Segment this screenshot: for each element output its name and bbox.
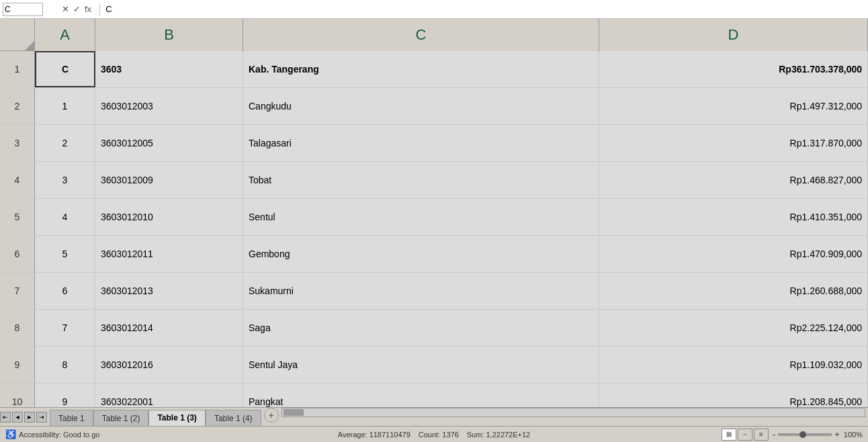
- tab-scroll-last[interactable]: ⇥: [36, 412, 47, 423]
- table-row: 7 6 3603012013 Sukamurni Rp1.260.688,000: [0, 273, 868, 310]
- cell-d[interactable]: Rp1.208.845,000: [599, 384, 868, 407]
- table-row: 9 8 3603012016 Sentul Jaya Rp1.109.032,0…: [0, 347, 868, 384]
- table-row: 6 5 3603012011 Gembong Rp1.470.909,000: [0, 236, 868, 273]
- average-status: Average: 1187110479: [338, 431, 410, 439]
- row-number: 7: [0, 273, 35, 309]
- column-headers: A B C D: [0, 19, 868, 51]
- row-number: 4: [0, 162, 35, 198]
- cell-d[interactable]: Rp1.109.032,000: [599, 347, 868, 383]
- cell-b[interactable]: 3603012009: [95, 162, 243, 198]
- status-center: Average: 1187110479 Count: 1376 Sum: 1,2…: [220, 431, 648, 439]
- cell-a[interactable]: 2: [35, 125, 95, 161]
- cell-d[interactable]: Rp1.497.312,000: [599, 88, 868, 124]
- cell-b[interactable]: 3603012016: [95, 347, 243, 383]
- table-row: 3 2 3603012005 Talagasari Rp1.317.870,00…: [0, 125, 868, 162]
- cell-b[interactable]: 3603012005: [95, 125, 243, 161]
- status-left: ♿ Accessibility: Good to go: [5, 429, 220, 439]
- row-number: 10: [0, 384, 35, 407]
- sheet-tabs: Table 1Table 1 (2)Table 1 (3)Table 1 (4): [50, 408, 261, 426]
- cell-d[interactable]: Rp2.225.124,000: [599, 310, 868, 346]
- cell-a[interactable]: 8: [35, 347, 95, 383]
- cell-a[interactable]: 9: [35, 384, 95, 407]
- col-header-c: C: [243, 19, 599, 51]
- cell-c[interactable]: Sentul: [243, 199, 599, 235]
- cell-ref-input[interactable]: C: [3, 3, 43, 16]
- cell-a[interactable]: C: [35, 51, 95, 87]
- col-header-b: B: [95, 19, 243, 51]
- cell-a[interactable]: 3: [35, 162, 95, 198]
- col-header-a: A: [35, 19, 95, 51]
- formula-input[interactable]: C: [105, 3, 865, 16]
- table-row: 5 4 3603012010 Sentul Rp1.410.351,000: [0, 199, 868, 236]
- cell-c[interactable]: Talagasari: [243, 125, 599, 161]
- cell-d[interactable]: Rp1.468.827,000: [599, 162, 868, 198]
- tab-scroll-buttons: ⇤ ◄ ► ⇥: [0, 408, 47, 426]
- formula-icons: ✕ ✓ fx: [62, 5, 91, 13]
- sum-status: Sum: 1,22272E+12: [467, 431, 531, 439]
- zoom-plus[interactable]: +: [834, 429, 840, 439]
- cell-b[interactable]: 3603012003: [95, 88, 243, 124]
- cell-a[interactable]: 5: [35, 236, 95, 272]
- count-status: Count: 1376: [419, 431, 459, 439]
- cancel-formula-button[interactable]: ✕: [62, 5, 69, 13]
- status-bar: ♿ Accessibility: Good to go Average: 118…: [0, 426, 868, 442]
- table-row: 8 7 3603012014 Saga Rp2.225.124,000: [0, 310, 868, 347]
- page-layout-btn[interactable]: ⎓: [738, 429, 752, 441]
- cell-c[interactable]: Pangkat: [243, 384, 599, 407]
- table-row: 1 C 3603 Kab. Tangerang Rp361.703.378,00…: [0, 51, 868, 88]
- cell-a[interactable]: 4: [35, 199, 95, 235]
- normal-view-btn[interactable]: ⊠: [722, 429, 736, 441]
- add-sheet-button[interactable]: +: [264, 408, 279, 423]
- tab-scroll-first[interactable]: ⇤: [0, 412, 11, 423]
- zoom-slider[interactable]: [778, 433, 832, 436]
- cell-b[interactable]: 3603012014: [95, 310, 243, 346]
- row-number: 6: [0, 236, 35, 272]
- cell-c[interactable]: Tobat: [243, 162, 599, 198]
- row-number: 2: [0, 88, 35, 124]
- page-break-btn[interactable]: ≡: [754, 429, 769, 441]
- confirm-formula-button[interactable]: ✓: [73, 5, 81, 13]
- zoom-area: - + 100%: [773, 429, 863, 439]
- accessibility-text: Accessibility: Good to go: [19, 431, 99, 439]
- sheet-tab[interactable]: Table 1 (3): [148, 410, 205, 426]
- scrollbar-thumb: [284, 409, 304, 416]
- cell-a[interactable]: 1: [35, 88, 95, 124]
- sheet-tab[interactable]: Table 1 (2): [93, 410, 149, 426]
- cell-c[interactable]: Sukamurni: [243, 273, 599, 309]
- cell-c[interactable]: Cangkudu: [243, 88, 599, 124]
- fx-button[interactable]: fx: [85, 5, 91, 13]
- corner-cell: [0, 19, 35, 51]
- cell-d[interactable]: Rp361.703.378,000: [599, 51, 868, 87]
- sheet-tab[interactable]: Table 1: [50, 410, 93, 426]
- horizontal-scrollbar[interactable]: [281, 408, 865, 417]
- zoom-minus[interactable]: -: [773, 429, 775, 439]
- row-number: 9: [0, 347, 35, 383]
- cell-d[interactable]: Rp1.470.909,000: [599, 236, 868, 272]
- tab-scroll-prev[interactable]: ◄: [12, 412, 23, 423]
- cell-b[interactable]: 3603012011: [95, 236, 243, 272]
- spreadsheet-container: A B C D 1 C 3603 Kab. Tangerang Rp361.70…: [0, 19, 868, 407]
- cell-c[interactable]: Kab. Tangerang: [243, 51, 599, 87]
- sheet-tab[interactable]: Table 1 (4): [206, 410, 261, 426]
- cell-b[interactable]: 3603022001: [95, 384, 243, 407]
- formula-separator: [99, 3, 100, 15]
- cell-c[interactable]: Saga: [243, 310, 599, 346]
- table-row: 10 9 3603022001 Pangkat Rp1.208.845,000: [0, 384, 868, 407]
- cell-b[interactable]: 3603: [95, 51, 243, 87]
- cell-d[interactable]: Rp1.260.688,000: [599, 273, 868, 309]
- cell-c[interactable]: Sentul Jaya: [243, 347, 599, 383]
- cell-b[interactable]: 3603012010: [95, 199, 243, 235]
- view-buttons: ⊠ ⎓ ≡: [722, 429, 769, 441]
- formula-bar: C ✕ ✓ fx C: [0, 0, 868, 19]
- zoom-level: 100%: [844, 431, 863, 439]
- tab-scroll-next[interactable]: ►: [24, 412, 35, 423]
- cell-d[interactable]: Rp1.317.870,000: [599, 125, 868, 161]
- cell-a[interactable]: 7: [35, 310, 95, 346]
- cell-c[interactable]: Gembong: [243, 236, 599, 272]
- cell-d[interactable]: Rp1.410.351,000: [599, 199, 868, 235]
- cell-b[interactable]: 3603012013: [95, 273, 243, 309]
- table-row: 4 3 3603012009 Tobat Rp1.468.827,000: [0, 162, 868, 199]
- row-number: 5: [0, 199, 35, 235]
- cell-a[interactable]: 6: [35, 273, 95, 309]
- row-number: 1: [0, 51, 35, 87]
